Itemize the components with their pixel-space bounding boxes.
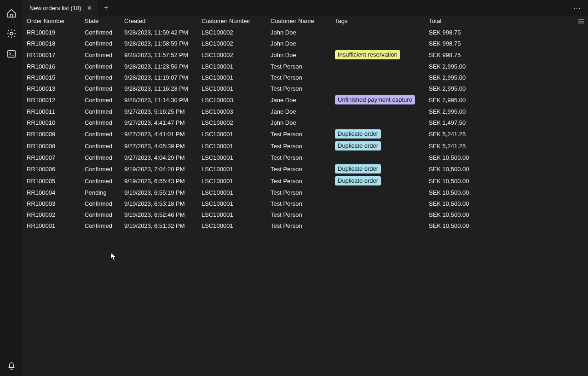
cell-state: Pending	[81, 187, 121, 198]
col-tags[interactable]: Tags	[331, 16, 425, 27]
cell-cust: LSC100001	[198, 175, 267, 187]
cell-state: Confirmed	[81, 209, 121, 220]
tab-bar: New orders list (18) ✕ + ⋯	[23, 0, 588, 16]
table-row[interactable]: RR100003Confirmed9/19/2023, 6:53:18 PMLS…	[23, 198, 588, 209]
new-tab-button[interactable]: +	[98, 0, 114, 16]
table-row[interactable]: RR100004Pending9/19/2023, 6:55:19 PMLSC1…	[23, 187, 588, 198]
orders-table-wrap[interactable]: Order Number State Created Customer Numb…	[23, 16, 588, 376]
cell-cust: LSC100001	[198, 187, 267, 198]
cell-state: Confirmed	[81, 128, 121, 140]
svg-rect-1	[7, 50, 15, 57]
cell-state: Confirmed	[81, 61, 121, 72]
cell-order: RR100010	[23, 117, 81, 128]
cell-created: 9/19/2023, 6:55:19 PM	[121, 187, 198, 198]
columns-config-icon[interactable]	[578, 18, 584, 25]
table-row[interactable]: RR100005Confirmed9/19/2023, 6:55:43 PMLS…	[23, 175, 588, 187]
cell-cust: LSC100003	[198, 94, 267, 106]
table-row[interactable]: RR100007Confirmed9/27/2023, 4:04:29 PMLS…	[23, 152, 588, 163]
cell-cust: LSC100002	[198, 49, 267, 61]
cell-cust: LSC100001	[198, 163, 267, 175]
cell-order: RR100008	[23, 140, 81, 152]
cell-order: RR100002	[23, 209, 81, 220]
cell-order: RR100012	[23, 94, 81, 106]
table-row[interactable]: RR100010Confirmed9/27/2023, 4:41:47 PMLS…	[23, 117, 588, 128]
cell-created: 9/27/2023, 4:04:29 PM	[121, 152, 198, 163]
table-row[interactable]: RR100015Confirmed9/28/2023, 11:19:07 PML…	[23, 72, 588, 83]
col-state[interactable]: State	[81, 16, 121, 27]
terminal-button[interactable]	[3, 46, 20, 63]
col-name[interactable]: Customer Name	[267, 16, 331, 27]
terminal-icon	[6, 49, 17, 60]
col-order[interactable]: Order Number	[23, 16, 81, 27]
cell-tags	[331, 117, 425, 128]
cell-total: SEK 2,995.00	[425, 83, 588, 94]
table-row[interactable]: RR100011Confirmed9/27/2023, 5:16:25 PMLS…	[23, 106, 588, 117]
cell-tags: Unfinished payment capture	[331, 94, 425, 106]
cell-order: RR100005	[23, 175, 81, 187]
table-row[interactable]: RR100001Confirmed9/19/2023, 6:51:32 PMLS…	[23, 220, 588, 231]
cell-order: RR100019	[23, 27, 81, 38]
cell-state: Confirmed	[81, 27, 121, 38]
col-created[interactable]: Created	[121, 16, 198, 27]
table-row[interactable]: RR100008Confirmed9/27/2023, 4:05:39 PMLS…	[23, 140, 588, 152]
cell-name: Test Person	[267, 72, 331, 83]
main-area: New orders list (18) ✕ + ⋯ Order Number	[23, 0, 588, 376]
table-row[interactable]: RR100006Confirmed9/19/2023, 7:04:20 PMLS…	[23, 163, 588, 175]
cell-total: SEK 998.75	[425, 38, 588, 49]
cell-state: Confirmed	[81, 152, 121, 163]
table-row[interactable]: RR100002Confirmed9/19/2023, 6:52:46 PMLS…	[23, 209, 588, 220]
col-total[interactable]: Total	[425, 16, 588, 27]
cell-total: SEK 10,500.00	[425, 220, 588, 231]
gear-icon	[6, 29, 17, 40]
cell-tags: Duplicate order	[331, 163, 425, 175]
cell-order: RR100001	[23, 220, 81, 231]
cell-cust: LSC100001	[198, 128, 267, 140]
tab-title: New orders list (18)	[29, 5, 81, 12]
cell-name: Test Person	[267, 209, 331, 220]
cell-name: John Doe	[267, 38, 331, 49]
close-icon[interactable]: ✕	[86, 4, 93, 12]
cell-state: Confirmed	[81, 49, 121, 61]
cell-state: Confirmed	[81, 163, 121, 175]
tag-badge: Unfinished payment capture	[335, 95, 415, 104]
cell-name: Test Person	[267, 187, 331, 198]
cell-name: Test Person	[267, 152, 331, 163]
bell-icon	[6, 360, 17, 372]
cell-cust: LSC100001	[198, 198, 267, 209]
cell-total: SEK 10,500.00	[425, 163, 588, 175]
cell-total: SEK 10,500.00	[425, 209, 588, 220]
cell-state: Confirmed	[81, 106, 121, 117]
home-button[interactable]	[3, 6, 20, 22]
col-cust[interactable]: Customer Number	[198, 16, 267, 27]
table-row[interactable]: RR100017Confirmed9/28/2023, 11:57:52 PML…	[23, 49, 588, 61]
table-row[interactable]: RR100009Confirmed9/27/2023, 4:41:01 PMLS…	[23, 128, 588, 140]
cell-cust: LSC100001	[198, 220, 267, 231]
table-row[interactable]: RR100012Confirmed9/28/2023, 11:14:30 PML…	[23, 94, 588, 106]
cell-total: SEK 10,500.00	[425, 198, 588, 209]
table-row[interactable]: RR100016Confirmed9/28/2023, 11:23:56 PML…	[23, 61, 588, 72]
cell-name: Jane Doe	[267, 94, 331, 106]
cell-tags	[331, 72, 425, 83]
cell-name: Test Person	[267, 198, 331, 209]
table-row[interactable]: RR100013Confirmed9/28/2023, 11:16:28 PML…	[23, 83, 588, 94]
cell-state: Confirmed	[81, 140, 121, 152]
more-button[interactable]: ⋯	[571, 1, 583, 14]
settings-button[interactable]	[3, 26, 20, 42]
cell-total: SEK 2,995.00	[425, 106, 588, 117]
cell-tags	[331, 83, 425, 94]
cell-name: Test Person	[267, 175, 331, 187]
cell-state: Confirmed	[81, 220, 121, 231]
cell-cust: LSC100001	[198, 61, 267, 72]
cell-total: SEK 5,241.25	[425, 128, 588, 140]
table-row[interactable]: RR100019Confirmed9/28/2023, 11:59:42 PML…	[23, 27, 588, 38]
table-row[interactable]: RR100018Confirmed9/28/2023, 11:58:59 PML…	[23, 38, 588, 49]
cell-tags	[331, 198, 425, 209]
cell-total: SEK 998.75	[425, 49, 588, 61]
cell-state: Confirmed	[81, 198, 121, 209]
cell-tags	[331, 38, 425, 49]
table-header: Order Number State Created Customer Numb…	[23, 16, 588, 27]
cell-tags: Insufficient reservation	[331, 49, 425, 61]
tab-orders-list[interactable]: New orders list (18) ✕	[23, 0, 98, 16]
cell-created: 9/27/2023, 4:41:01 PM	[121, 128, 198, 140]
notifications-button[interactable]	[3, 358, 20, 374]
